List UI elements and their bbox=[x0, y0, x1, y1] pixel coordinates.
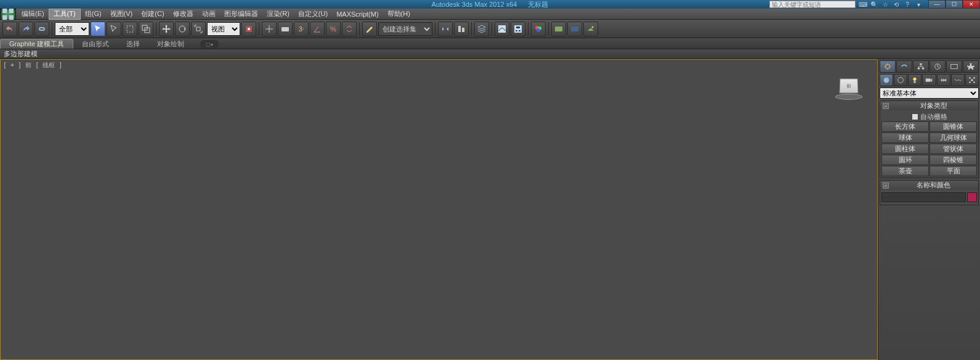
cone-button[interactable]: 圆锥体 bbox=[929, 121, 977, 132]
connect-icon[interactable]: ⟲ bbox=[891, 1, 901, 8]
viewport-label[interactable]: [ + ] 前 [ 线框 ] bbox=[3, 61, 62, 70]
minimize-button[interactable]: — bbox=[928, 0, 946, 9]
ribbon-tab-graphite[interactable]: Graphite 建模工具 bbox=[0, 39, 73, 49]
window-crossing-button[interactable] bbox=[139, 22, 153, 36]
rollout-header-name-color[interactable]: - 名称和颜色 bbox=[880, 181, 978, 190]
cameras-icon[interactable] bbox=[922, 74, 936, 86]
rollout-header-object-type[interactable]: - 对象类型 bbox=[880, 101, 978, 110]
modify-tab[interactable] bbox=[896, 60, 912, 73]
select-name-button[interactable] bbox=[107, 22, 121, 36]
autogrid-checkbox[interactable] bbox=[912, 113, 918, 120]
search-icon[interactable]: 🔍 bbox=[869, 1, 879, 8]
command-panel: 标准基本体 - 对象类型 自动栅格 长方体 圆锥体 球体 几何球体 圆柱体 管状… bbox=[878, 59, 980, 360]
teapot-button[interactable]: 茶壶 bbox=[881, 166, 929, 176]
align-button[interactable] bbox=[454, 22, 469, 36]
ribbon-tab-selection[interactable]: 选择 bbox=[118, 39, 148, 49]
keyboard-shortcut-button[interactable] bbox=[278, 22, 293, 36]
menu-maxscript[interactable]: MAXScript(M) bbox=[332, 9, 383, 20]
scale-button[interactable] bbox=[191, 22, 206, 36]
create-tab[interactable] bbox=[880, 60, 896, 73]
category-dropdown[interactable]: 标准基本体 bbox=[880, 88, 979, 99]
ref-coord-dropdown[interactable]: 视图 bbox=[207, 22, 240, 36]
plane-button[interactable]: 平面 bbox=[929, 166, 977, 176]
shapes-icon[interactable] bbox=[894, 74, 907, 86]
menu-edit[interactable]: 编辑(E) bbox=[17, 9, 49, 20]
systems-icon[interactable] bbox=[965, 74, 979, 86]
keyboard-icon[interactable]: ⌨ bbox=[858, 1, 868, 8]
cylinder-button[interactable]: 圆柱体 bbox=[881, 144, 929, 154]
pyramid-button[interactable]: 四棱锥 bbox=[929, 155, 977, 165]
mirror-button[interactable] bbox=[438, 22, 453, 36]
dropdown-icon[interactable]: ▾ bbox=[913, 1, 923, 8]
snap-3-button[interactable]: 3▫ bbox=[294, 22, 309, 36]
collapse-icon[interactable]: - bbox=[883, 182, 889, 189]
svg-rect-13 bbox=[516, 30, 517, 31]
app-menu-icon[interactable] bbox=[0, 9, 16, 20]
display-tab[interactable] bbox=[946, 60, 962, 73]
help-search-input[interactable] bbox=[769, 1, 856, 8]
helpers-icon[interactable] bbox=[937, 74, 950, 86]
object-name-input[interactable] bbox=[881, 192, 966, 202]
geometry-icon[interactable] bbox=[880, 74, 893, 86]
main-toolbar: 全部 视图 3▫ % 创建选择集 bbox=[0, 20, 980, 38]
ribbon-expand-icon[interactable]: ▢▾ bbox=[200, 40, 219, 49]
move-button[interactable] bbox=[159, 22, 174, 36]
star-icon[interactable]: ☆ bbox=[880, 1, 890, 8]
ribbon-panel-label[interactable]: 多边形建模 bbox=[4, 49, 38, 59]
render-button[interactable] bbox=[583, 22, 598, 36]
maximize-button[interactable]: ☐ bbox=[946, 0, 963, 9]
close-button[interactable]: ✕ bbox=[963, 0, 980, 9]
rendered-frame-button[interactable] bbox=[567, 22, 582, 36]
lights-icon[interactable] bbox=[908, 74, 921, 86]
edit-named-sel-button[interactable] bbox=[362, 22, 377, 36]
pivot-button[interactable] bbox=[241, 22, 256, 36]
menu-create[interactable]: 创建(C) bbox=[137, 9, 168, 20]
viewcube[interactable]: 前 bbox=[833, 78, 865, 105]
menu-animation[interactable]: 动画 bbox=[198, 9, 220, 20]
manipulate-button[interactable] bbox=[262, 22, 277, 36]
select-region-button[interactable] bbox=[123, 22, 137, 36]
render-setup-button[interactable] bbox=[551, 22, 566, 36]
geosphere-button[interactable]: 几何球体 bbox=[929, 133, 977, 143]
menu-help[interactable]: 帮助(H) bbox=[383, 9, 415, 20]
menu-graph-editors[interactable]: 图形编辑器 bbox=[220, 9, 262, 20]
spacewarps-icon[interactable] bbox=[951, 74, 965, 86]
hierarchy-tab[interactable] bbox=[913, 60, 929, 73]
menu-modifiers[interactable]: 修改器 bbox=[169, 9, 198, 20]
menu-view[interactable]: 视图(V) bbox=[106, 9, 137, 20]
undo-button[interactable] bbox=[2, 22, 17, 36]
layers-button[interactable] bbox=[474, 22, 489, 36]
named-selection-dropdown[interactable]: 创建选择集 bbox=[378, 22, 432, 36]
schematic-view-button[interactable] bbox=[511, 22, 525, 36]
curve-editor-button[interactable] bbox=[495, 22, 509, 36]
viewport-front[interactable]: [ + ] 前 [ 线框 ] 前 bbox=[0, 59, 878, 360]
menu-customize[interactable]: 自定义(U) bbox=[294, 9, 332, 20]
menu-rendering[interactable]: 渲染(R) bbox=[262, 9, 294, 20]
sphere-button[interactable]: 球体 bbox=[881, 133, 929, 143]
viewcube-face[interactable]: 前 bbox=[840, 78, 859, 93]
help-icon[interactable]: ? bbox=[902, 1, 912, 8]
ribbon-tab-freeform[interactable]: 自由形式 bbox=[73, 39, 118, 49]
rotate-button[interactable] bbox=[175, 22, 190, 36]
spinner-snap-button[interactable] bbox=[342, 22, 357, 36]
collapse-icon[interactable]: - bbox=[883, 103, 889, 109]
ribbon-tab-object-paint[interactable]: 对象绘制 bbox=[148, 39, 193, 49]
color-swatch[interactable] bbox=[967, 192, 977, 202]
redo-button[interactable] bbox=[18, 22, 33, 36]
svg-rect-23 bbox=[918, 68, 920, 70]
motion-tab[interactable] bbox=[929, 60, 946, 73]
utilities-tab[interactable] bbox=[963, 60, 979, 73]
tube-button[interactable]: 管状体 bbox=[929, 144, 977, 154]
link-button[interactable] bbox=[34, 22, 49, 36]
select-button[interactable] bbox=[91, 22, 105, 36]
box-button[interactable]: 长方体 bbox=[881, 121, 929, 132]
viewcube-compass[interactable] bbox=[835, 94, 862, 100]
percent-snap-button[interactable]: % bbox=[326, 22, 341, 36]
menu-group[interactable]: 组(G) bbox=[81, 9, 106, 20]
angle-snap-button[interactable] bbox=[310, 22, 325, 36]
svg-rect-22 bbox=[920, 63, 922, 65]
selection-filter-dropdown[interactable]: 全部 bbox=[55, 22, 89, 36]
material-editor-button[interactable] bbox=[531, 22, 546, 36]
torus-button[interactable]: 圆环 bbox=[881, 155, 929, 165]
menu-tools[interactable]: 工具(T) bbox=[49, 9, 81, 20]
